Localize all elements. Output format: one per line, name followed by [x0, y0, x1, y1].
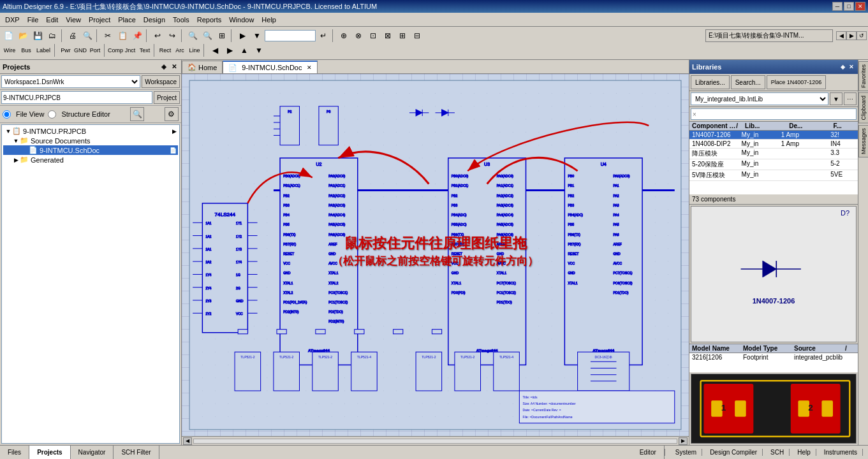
- tb2-wire[interactable]: Wire: [1, 43, 18, 57]
- file-view-radio[interactable]: [3, 110, 11, 119]
- menu-edit[interactable]: Edit: [42, 15, 62, 25]
- scroll-left-btn[interactable]: ◀: [183, 437, 192, 445]
- lib-close-btn[interactable]: ✕: [848, 64, 855, 70]
- tb2-comp[interactable]: Comp: [108, 43, 122, 57]
- place-button[interactable]: Place 1N4007-1206: [767, 75, 827, 89]
- menu-dxp[interactable]: DXP: [1, 15, 24, 25]
- lib-component-row-3[interactable]: 5-20保险座 My_in 5-2: [689, 159, 858, 170]
- side-tab-clipboard[interactable]: Clipboard: [858, 92, 869, 124]
- menu-tools[interactable]: Tools: [169, 15, 193, 25]
- lib-component-row-2[interactable]: 降压模块 My_in 3.3: [689, 149, 858, 159]
- status-tab-navigator[interactable]: Navigator: [71, 446, 114, 459]
- lib-component-row-1[interactable]: 1N4008-DIP2 My_in 1 Amp IN4: [689, 140, 858, 149]
- tree-item-source-docs[interactable]: ▼ 📁 Source Documents: [3, 136, 178, 145]
- lib-component-row-0[interactable]: 1N4007-1206 My_in 1 Amp 32!: [689, 131, 858, 140]
- tab-schdoc-close[interactable]: ✕: [307, 64, 312, 71]
- tb-save[interactable]: 💾: [31, 29, 45, 43]
- tb2-label[interactable]: Label: [34, 43, 52, 57]
- tb-extra-1[interactable]: ⊕: [337, 29, 351, 43]
- tb-zoomin[interactable]: 🔍: [186, 29, 200, 43]
- tb-copy[interactable]: 📋: [115, 29, 129, 43]
- libraries-button[interactable]: Libraries...: [691, 75, 730, 89]
- minimize-button[interactable]: ─: [832, 2, 842, 11]
- tab-home[interactable]: 🏠 Home: [182, 61, 223, 73]
- menu-file[interactable]: File: [24, 15, 43, 25]
- tb-open[interactable]: 📂: [16, 29, 30, 43]
- close-button[interactable]: ✕: [855, 2, 865, 11]
- lib-search-input[interactable]: [691, 108, 857, 120]
- tb-redo[interactable]: ↪: [165, 29, 179, 43]
- side-tab-messages[interactable]: Messages: [858, 125, 869, 157]
- status-tab-projects[interactable]: Projects: [29, 446, 70, 459]
- nav-back[interactable]: ◀: [836, 31, 846, 40]
- tb-filter-input[interactable]: [265, 30, 316, 41]
- maximize-button[interactable]: □: [844, 2, 854, 11]
- tb-filter[interactable]: ▼: [250, 29, 264, 43]
- tb-cut[interactable]: ✂: [101, 29, 115, 43]
- tb-extra-2[interactable]: ⊗: [351, 29, 365, 43]
- tb2-nav-down[interactable]: ▼: [252, 43, 266, 57]
- tb2-line[interactable]: Line: [188, 43, 202, 57]
- tb-extra-3[interactable]: ⊡: [366, 29, 380, 43]
- tb2-text[interactable]: Text: [138, 43, 152, 57]
- tb2-nav-arrows-right[interactable]: ▶: [223, 43, 237, 57]
- menu-reports[interactable]: Reports: [193, 15, 226, 25]
- workspace-select[interactable]: Workspace1.DsnWrk: [1, 75, 140, 88]
- tree-item-generated[interactable]: ▶ 📁 Generated: [3, 155, 178, 164]
- tb-extra-6[interactable]: ⊟: [410, 29, 424, 43]
- lib-float-btn[interactable]: ◈: [839, 64, 846, 70]
- menu-design[interactable]: Design: [140, 15, 169, 25]
- tb2-arc[interactable]: Arc: [173, 43, 187, 57]
- tb-new[interactable]: 📄: [1, 29, 15, 43]
- tb2-port[interactable]: Port: [88, 43, 102, 57]
- lib-dropdown-btn[interactable]: ▼: [830, 92, 842, 105]
- projects-float-btn[interactable]: ◈: [159, 62, 168, 71]
- tb-print[interactable]: 🖨: [66, 29, 80, 43]
- menu-view[interactable]: View: [62, 15, 85, 25]
- lib-options-btn[interactable]: ⋯: [844, 92, 857, 105]
- workspace-button[interactable]: Workspace: [142, 75, 180, 88]
- projects-close-btn[interactable]: ✕: [170, 62, 179, 71]
- tb-compsel[interactable]: ▶: [235, 29, 249, 43]
- lib-component-row-4[interactable]: 5V降压模块 My_in 5VE: [689, 170, 858, 181]
- view-btn-2[interactable]: ⚙: [165, 107, 179, 121]
- tb-filter-go[interactable]: ↵: [316, 29, 330, 43]
- search-button[interactable]: Search...: [731, 75, 765, 89]
- tb2-nav-arrows-left[interactable]: ◀: [208, 43, 222, 57]
- scroll-thumb[interactable]: [193, 439, 677, 444]
- view-btn-1[interactable]: 🔍: [130, 107, 144, 121]
- status-tab-schfilter[interactable]: SCH Filter: [114, 446, 159, 459]
- tb2-junction[interactable]: Jnct: [123, 43, 137, 57]
- project-input[interactable]: [1, 91, 152, 104]
- tb-undo[interactable]: ↩: [151, 29, 165, 43]
- tree-item-schdoc[interactable]: 📄 9-INTMCU.SchDoc 📄: [3, 145, 178, 155]
- tb2-nav-up[interactable]: ▲: [237, 43, 251, 57]
- scroll-right-btn[interactable]: ▶: [679, 437, 688, 445]
- structure-editor-radio[interactable]: [48, 110, 56, 119]
- horizontal-scrollbar[interactable]: ◀ ▶: [182, 436, 689, 445]
- tb-paste[interactable]: 📌: [130, 29, 144, 43]
- tab-schdoc[interactable]: 📄 9-INTMCU.SchDoc ✕: [223, 61, 318, 73]
- schematic-canvas[interactable]: 74LS244: [182, 74, 689, 436]
- menu-project[interactable]: Project: [85, 15, 114, 25]
- tb-save-all[interactable]: 🗂: [45, 29, 59, 43]
- tb2-bus[interactable]: Bus: [18, 43, 34, 57]
- tb-print-prev[interactable]: 🔍: [80, 29, 94, 43]
- tb-extra-5[interactable]: ⊞: [395, 29, 409, 43]
- menu-help[interactable]: Help: [258, 15, 280, 25]
- tb2-power[interactable]: Pwr: [59, 43, 73, 57]
- menu-window[interactable]: Window: [225, 15, 258, 25]
- menu-place[interactable]: Place: [114, 15, 140, 25]
- project-button[interactable]: Project: [154, 91, 180, 104]
- nav-refresh[interactable]: ↺: [857, 31, 867, 40]
- model-row-0[interactable]: 3216[1206 Footprint integrated_pcblib: [689, 353, 858, 361]
- nav-forward[interactable]: ▶: [846, 31, 857, 40]
- tb2-rect[interactable]: Rect: [158, 43, 172, 57]
- status-tab-files[interactable]: Files: [0, 446, 29, 459]
- tree-item-project[interactable]: ▼ 📋 9-INTMCU.PRJPCB ▶: [3, 126, 178, 136]
- status-tab-editor[interactable]: Editor: [632, 446, 665, 459]
- tb-zoomout[interactable]: 🔍: [200, 29, 214, 43]
- library-dropdown[interactable]: My_integrated_lib.IntLib: [691, 92, 828, 105]
- tb2-gnd[interactable]: GND: [73, 43, 87, 57]
- side-tab-favorites[interactable]: Favorites: [858, 61, 869, 91]
